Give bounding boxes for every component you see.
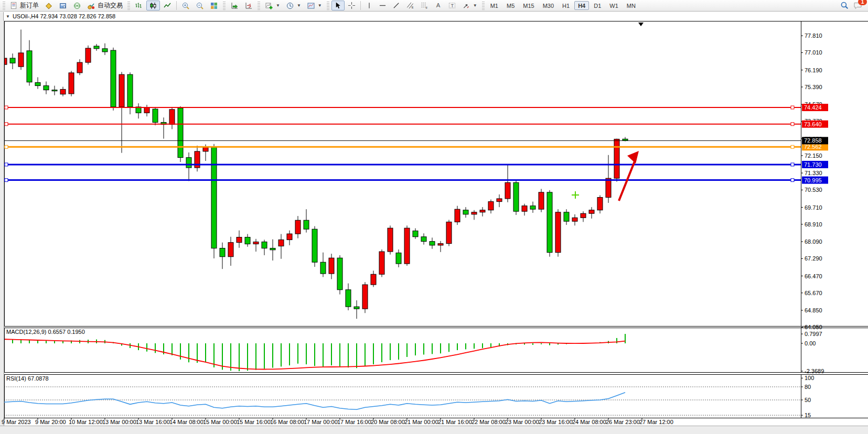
time-axis[interactable]: 9 Mar 20239 Mar 20:0010 Mar 12:0013 Mar … [2,418,673,425]
autotrading-icon [87,2,95,10]
svg-text:67.290: 67.290 [805,255,822,262]
chart-canvas[interactable]: 78.63077.81077.01076.19075.39074.57073.7… [0,20,868,434]
svg-text:21 Mar 16:00: 21 Mar 16:00 [438,419,472,425]
svg-text:50: 50 [805,397,811,403]
toolbar-grip [327,2,329,10]
timeframe-MN[interactable]: MN [623,1,639,10]
svg-text:T: T [451,3,453,8]
trendline-icon [392,2,400,9]
search-icon[interactable] [840,1,849,10]
timeframe-D1[interactable]: D1 [590,1,605,10]
horizontal-line-icon [379,2,387,9]
macd-label: MACD(12,26,9) 0.6557 0.1950 [6,329,85,335]
zoom-out-button[interactable] [193,1,207,10]
vertical-line-button[interactable] [363,1,376,10]
cursor-button[interactable] [331,1,345,10]
dropdown-caret: ▼ [276,3,280,8]
crosshair-button[interactable] [345,1,358,10]
arrow-objects-icon [462,2,470,9]
timeframe-H4[interactable]: H4 [574,1,589,10]
notifications-button[interactable]: 1 [853,2,863,10]
indicators-button[interactable]: ▼ [262,1,283,10]
arrows-button[interactable]: ▼ [459,1,480,10]
timeframe-M1[interactable]: M1 [487,1,502,10]
svg-text:74.424: 74.424 [804,104,822,111]
svg-text:70.530: 70.530 [805,187,822,193]
svg-text:-2.3689: -2.3689 [805,368,824,374]
chart-shift-button[interactable] [242,1,255,10]
svg-text:16 Mar 08:00: 16 Mar 08:00 [270,419,304,425]
svg-text:13 Mar 16:00: 13 Mar 16:00 [136,419,170,425]
svg-text:66.470: 66.470 [805,273,822,279]
svg-text:100: 100 [805,375,814,381]
candlestick-chart-button[interactable] [146,1,160,10]
zoom-in-icon [181,2,190,10]
indicators-icon [265,2,273,10]
svg-text:76.190: 76.190 [805,67,822,73]
svg-text:65.670: 65.670 [805,290,822,296]
timeframe-W1[interactable]: W1 [606,1,622,10]
signals-button[interactable] [70,1,84,10]
templates-button[interactable]: ▼ [304,1,325,10]
timeframe-M5[interactable]: M5 [503,1,518,10]
svg-text:21 Mar 00:00: 21 Mar 00:00 [404,419,438,425]
market-watch-icon [45,2,53,10]
horizontal-line-button[interactable] [376,1,389,10]
svg-text:73.640: 73.640 [804,121,822,127]
dropdown-caret: ▼ [297,3,301,8]
toolbar-separator [176,1,177,10]
svg-text:69.710: 69.710 [805,204,822,211]
new-order-button[interactable]: 新订单 [7,1,41,10]
line-chart-icon [163,2,172,10]
chart-shift-icon [244,2,253,10]
svg-text:68.090: 68.090 [805,238,822,245]
periods-clock-icon [286,2,294,10]
zoom-in-button[interactable] [179,1,192,10]
periods-button[interactable]: ▼ [283,1,304,10]
auto-scroll-button[interactable] [228,1,241,10]
svg-text:13 Mar 00:00: 13 Mar 00:00 [102,419,136,425]
dropdown-caret: ▼ [473,3,477,8]
svg-text:22 Mar 08:00: 22 Mar 08:00 [471,419,506,425]
svg-text:72.858: 72.858 [804,137,822,144]
market-watch-button[interactable] [42,1,56,10]
bar-chart-button[interactable] [132,1,146,10]
collapse-chart-icon[interactable]: ▼ [6,14,10,19]
svg-text:64.850: 64.850 [805,307,822,313]
equidistant-channel-icon: E [406,2,414,9]
notification-badge: 1 [858,0,867,5]
navigator-button[interactable] [56,1,70,10]
svg-text:23 Mar 16:00: 23 Mar 16:00 [539,419,573,425]
svg-text:24 Mar 08:00: 24 Mar 08:00 [572,419,606,425]
svg-text:15 Mar 00:00: 15 Mar 00:00 [203,419,237,425]
toolbar-grip [258,2,260,10]
svg-text:15 Mar 16:00: 15 Mar 16:00 [237,419,271,425]
svg-text:71.730: 71.730 [804,161,822,168]
new-order-label: 新订单 [20,1,39,10]
timeframe-M15[interactable]: M15 [519,1,538,10]
zoom-out-icon [196,2,204,10]
line-chart-button[interactable] [160,1,174,10]
trendline-button[interactable] [390,1,403,10]
autotrading-button[interactable]: 自动交易 [84,1,125,10]
svg-text:9 Mar 2023: 9 Mar 2023 [2,419,31,425]
svg-text:15: 15 [805,412,811,418]
channel-button[interactable]: E [403,1,417,10]
svg-text:0.00: 0.00 [805,340,816,346]
svg-text:26 Mar 23:00: 26 Mar 23:00 [606,419,640,425]
timeframe-M30[interactable]: M30 [539,1,558,10]
bar-chart-icon [135,2,143,10]
fibonacci-button[interactable]: F [417,1,431,10]
crosshair-icon [348,2,356,9]
toolbar: 新订单 自动交易 [0,0,868,12]
svg-text:72.150: 72.150 [805,153,822,159]
navigator-icon [59,2,67,10]
toolbar-grip [127,2,130,10]
vertical-line-icon [366,2,373,9]
text-button[interactable]: A [432,1,445,10]
chart-window-titlebar: ▼ USOil-,H4 72.934 73.028 72.826 72.858 [4,12,868,20]
tile-windows-button[interactable] [207,1,221,10]
timeframe-H1[interactable]: H1 [559,1,573,10]
text-label-button[interactable]: T [445,1,459,10]
toolbar-grip [223,2,226,10]
